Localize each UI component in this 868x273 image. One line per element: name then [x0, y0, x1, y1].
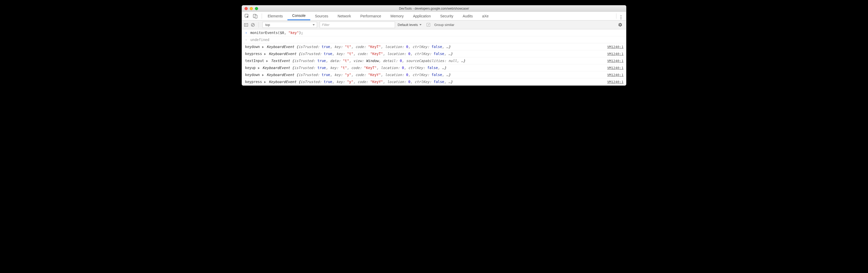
filter-input[interactable]: Filter — [320, 22, 395, 28]
inspect-icon[interactable] — [245, 14, 249, 19]
console-result-row: ‹ undefined — [242, 36, 626, 43]
expand-icon[interactable]: ▶ — [264, 52, 266, 56]
tab-console[interactable]: Console — [287, 12, 310, 20]
console-log-row[interactable]: keypress ▶ KeyboardEvent {isTrusted: tru… — [242, 78, 626, 86]
tab-performance[interactable]: Performance — [355, 12, 386, 20]
group-similar-checkbox[interactable]: ✓ — [427, 23, 430, 27]
console-toolbar: top Filter Default levels ✓ Group simila… — [242, 21, 626, 29]
source-link[interactable]: VM1240:1 — [607, 80, 623, 84]
console-log-row[interactable]: textInput ▶ TextEvent {isTrusted: true, … — [242, 57, 626, 64]
source-link[interactable]: VM1240:1 — [607, 45, 623, 49]
console-output: › monitorEvents($0, "key"); ‹ undefined … — [242, 29, 626, 86]
console-log-row[interactable]: keydown ▶ KeyboardEvent {isTrusted: true… — [242, 71, 626, 78]
chevron-left-icon: ‹ — [245, 38, 247, 42]
tab-network[interactable]: Network — [333, 12, 355, 20]
expand-icon[interactable]: ▶ — [258, 66, 260, 70]
tab-elements[interactable]: Elements — [263, 12, 287, 20]
expand-icon[interactable]: ▶ — [264, 80, 266, 84]
window-title: DevTools - developers.google.com/web/sho… — [399, 7, 469, 10]
source-link[interactable]: VM1240:1 — [607, 59, 623, 63]
context-selector[interactable]: top — [262, 22, 317, 28]
source-link[interactable]: VM1240:1 — [607, 73, 623, 77]
tab-sources[interactable]: Sources — [310, 12, 333, 20]
tab-security[interactable]: Security — [436, 12, 458, 20]
console-log-row[interactable]: keyup ▶ KeyboardEvent {isTrusted: true, … — [242, 64, 626, 71]
panel-tabs: ElementsConsoleSourcesNetworkPerformance… — [242, 12, 626, 21]
tab-axe[interactable]: aXe — [477, 12, 493, 20]
chevron-right-icon: › — [245, 31, 247, 35]
source-link[interactable]: VM1240:1 — [607, 52, 623, 56]
source-link[interactable]: VM1240:1 — [607, 66, 623, 70]
svg-rect-2 — [255, 15, 257, 18]
console-log-row[interactable]: keypress ▶ KeyboardEvent {isTrusted: tru… — [242, 50, 626, 57]
minimize-window-button[interactable] — [250, 7, 253, 10]
expand-icon[interactable]: ▶ — [262, 45, 264, 49]
log-levels-selector[interactable]: Default levels — [398, 23, 422, 27]
zoom-window-button[interactable] — [255, 7, 258, 10]
tab-application[interactable]: Application — [408, 12, 436, 20]
more-menu-button[interactable] — [618, 13, 624, 19]
clear-console-icon[interactable] — [251, 23, 255, 27]
device-toolbar-icon[interactable] — [253, 14, 257, 19]
expand-icon[interactable]: ▶ — [267, 59, 268, 63]
separator — [258, 22, 259, 28]
toggle-drawer-icon[interactable] — [244, 23, 248, 27]
tab-memory[interactable]: Memory — [386, 12, 408, 20]
tab-audits[interactable]: Audits — [458, 12, 477, 20]
console-input-row[interactable]: › monitorEvents($0, "key"); — [242, 29, 626, 36]
titlebar: DevTools - developers.google.com/web/sho… — [242, 5, 626, 12]
console-log-row[interactable]: keydown ▶ KeyboardEvent {isTrusted: true… — [242, 43, 626, 50]
log-levels-label: Default levels — [398, 23, 418, 27]
chevron-down-icon — [420, 24, 422, 26]
close-window-button[interactable] — [245, 7, 248, 10]
devtools-window: DevTools - developers.google.com/web/sho… — [242, 5, 626, 86]
group-similar-label: Group similar — [434, 23, 454, 27]
settings-icon[interactable] — [618, 23, 624, 27]
expand-icon[interactable]: ▶ — [262, 73, 264, 77]
window-controls — [242, 7, 258, 10]
